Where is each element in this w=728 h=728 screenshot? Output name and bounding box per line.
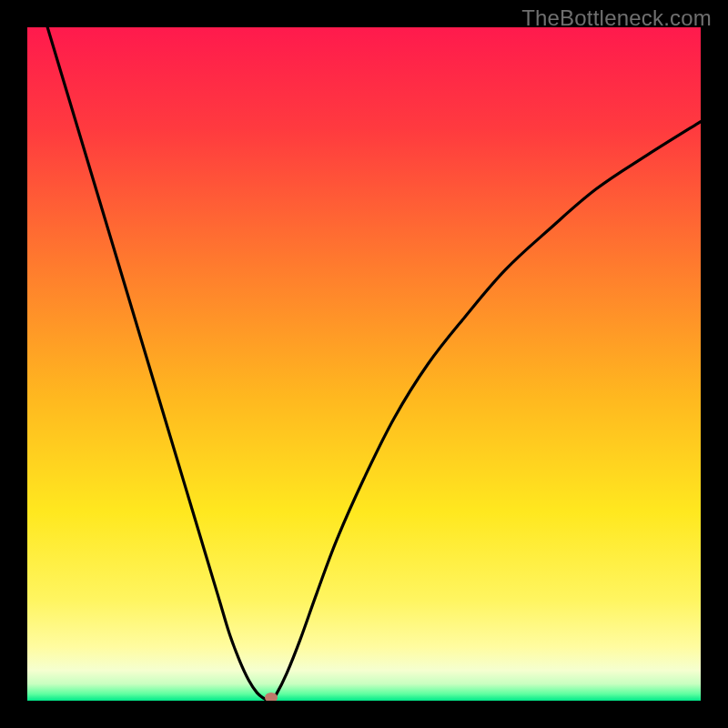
background-gradient xyxy=(27,27,701,701)
svg-rect-0 xyxy=(27,27,701,701)
chart-frame: TheBottleneck.com xyxy=(0,0,728,728)
optimum-marker xyxy=(265,693,278,701)
plot-area xyxy=(27,27,701,701)
watermark-text: TheBottleneck.com xyxy=(521,5,712,31)
